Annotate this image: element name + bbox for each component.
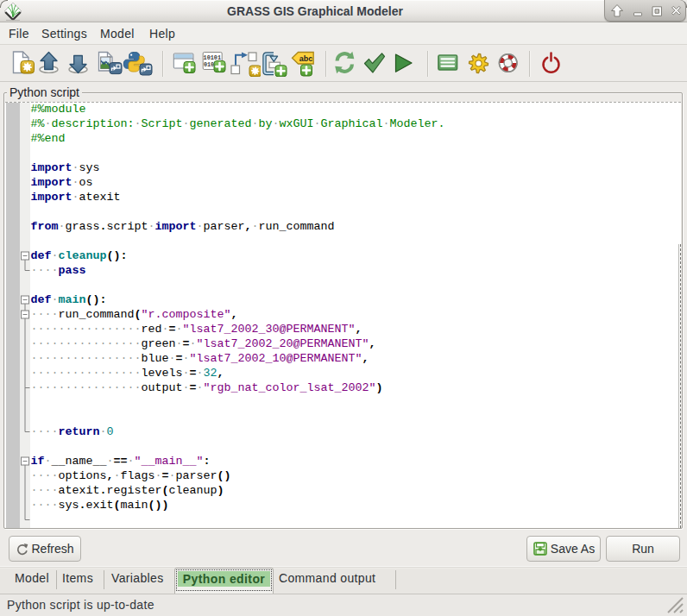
- svg-text:abc: abc: [299, 54, 313, 63]
- svg-text:010: 010: [204, 61, 214, 68]
